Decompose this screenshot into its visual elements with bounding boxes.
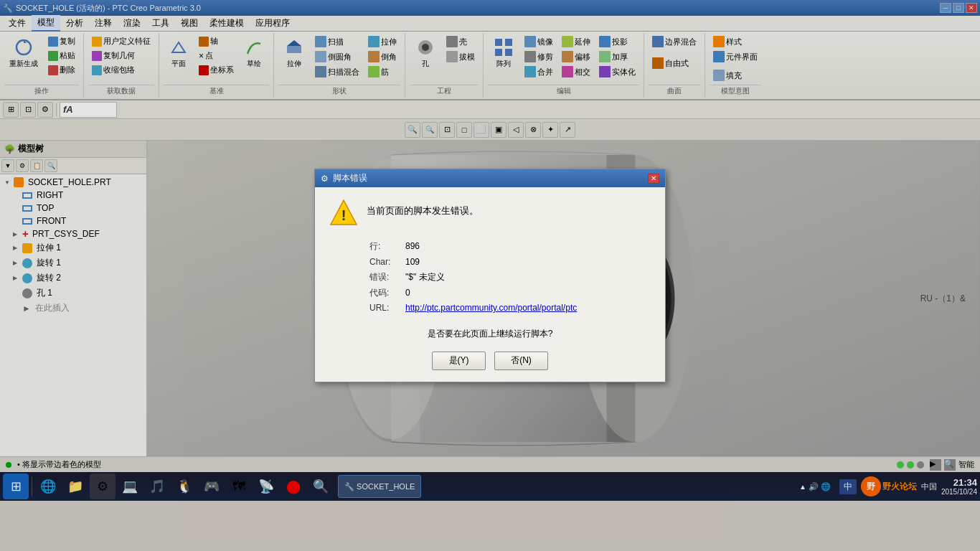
char-label: Char: (367, 255, 402, 270)
code-label: 代码: (367, 286, 402, 301)
char-value: 109 (402, 255, 580, 270)
dialog-details: 行: 896 Char: 109 错误: "$" 未定义 代码: 0 (367, 239, 651, 316)
error-label: 错误: (367, 270, 402, 286)
warning-icon: ! (329, 199, 358, 227)
dialog-titlebar: ⚙ 脚本错误 ✕ (315, 169, 665, 187)
svg-text:!: ! (341, 207, 347, 223)
no-button[interactable]: 否(N) (494, 352, 548, 370)
dialog-title-text: 脚本错误 (333, 172, 367, 184)
script-error-dialog: ⚙ 脚本错误 ✕ ! 当前页面的脚本发生错误。 (314, 169, 666, 382)
dialog-title-left: ⚙ 脚本错误 (321, 172, 367, 184)
yes-button[interactable]: 是(Y) (432, 352, 486, 370)
dialog-icon: ⚙ (321, 174, 329, 184)
error-value: "$" 未定义 (402, 270, 580, 286)
dialog-buttons: 是(Y) 否(N) (329, 352, 651, 370)
url-label: URL: (367, 301, 402, 316)
line-label: 行: (367, 239, 402, 255)
url-value: http://ptc.partcommunity.com/portal/port… (402, 301, 580, 316)
dialog-body: ! 当前页面的脚本发生错误。 行: 896 Char: 109 (315, 187, 665, 382)
dialog-header: ! 当前页面的脚本发生错误。 (329, 199, 651, 227)
dialog-overlay: ⚙ 脚本错误 ✕ ! 当前页面的脚本发生错误。 (0, 0, 980, 551)
dialog-message-text: 当前页面的脚本发生错误。 (367, 199, 479, 217)
line-value: 896 (402, 239, 580, 255)
code-value: 0 (402, 286, 580, 301)
dialog-question-text: 是否要在此页面上继续运行脚本? (329, 328, 651, 340)
dialog-close-button[interactable]: ✕ (648, 174, 659, 184)
